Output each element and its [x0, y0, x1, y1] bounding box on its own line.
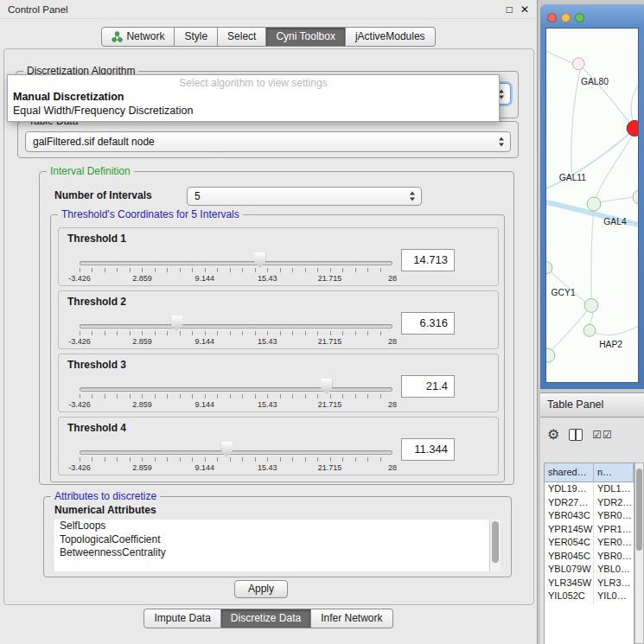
slider-track[interactable] [80, 387, 392, 392]
tab-jactivemodules-label: jActiveModules [355, 28, 425, 46]
threshold-4-slider[interactable]: -3.426 2.859 9.144 15.43 21.715 28 [80, 440, 392, 475]
list-scrollbar[interactable] [489, 520, 501, 571]
network-canvas[interactable]: GAL80 GAL11 GAL4 GCY1 HAP2 [545, 28, 639, 383]
slider-track[interactable] [80, 324, 392, 328]
node[interactable] [572, 58, 584, 70]
slider-thumb[interactable] [171, 316, 182, 331]
slider-thumb[interactable] [254, 252, 265, 268]
threshold-1-slider[interactable]: -3.426 2.859 9.144 15.43 21.715 28 [80, 251, 392, 285]
threshold-2-value-field[interactable]: 6.316 [401, 312, 455, 335]
tab-impute-data[interactable]: Impute Data [143, 609, 220, 628]
scale-label: 15.43 [258, 400, 277, 409]
threshold-1-value-field[interactable]: 14.713 [401, 249, 455, 271]
list-item[interactable]: SelfLoops [54, 520, 501, 533]
gear-icon[interactable]: ⚙ [547, 428, 559, 442]
select-all-icon[interactable]: ☑☑ [592, 429, 613, 441]
control-panel-titlebar[interactable]: Control Panel □ ✕ [0, 0, 537, 19]
slider-track[interactable] [80, 261, 392, 265]
threshold-4-label: Threshold 4 [67, 422, 126, 434]
table-row[interactable]: YER054C YER0… [545, 536, 634, 550]
algorithm-option-manual-discretization[interactable]: Manual Discretization [8, 90, 499, 104]
table-row[interactable]: YBR043C YBR0… [545, 509, 634, 523]
scale-label: -3.426 [68, 337, 91, 346]
slider-thumb[interactable] [321, 379, 332, 394]
scale-label: 2.859 [132, 274, 152, 283]
table-row[interactable]: YLR345W YLR3… [545, 577, 634, 590]
slider-ticks [80, 268, 392, 272]
control-panel: Control Panel □ ✕ Network Style Select C… [0, 0, 538, 644]
node-gal4[interactable] [587, 197, 601, 211]
table-scrollbar[interactable] [634, 462, 644, 644]
algorithm-dropdown-popup: Select algorithm to view settings Manual… [7, 74, 500, 122]
list-item[interactable]: TopologicalCoefficient [54, 533, 501, 547]
table-row[interactable]: YPR145W YPR1… [545, 523, 634, 537]
threshold-3-value-field[interactable]: 21.4 [401, 375, 455, 398]
cell-name: YDR2… [594, 496, 634, 510]
algorithm-option-placeholder[interactable]: Select algorithm to view settings [8, 77, 499, 90]
scale-label: 9.144 [195, 337, 215, 346]
minimize-traffic-light-icon[interactable] [561, 13, 571, 22]
attributes-group: Attributes to discretize Numerical Attri… [43, 496, 512, 577]
window-traffic-lights [547, 13, 584, 22]
table-row[interactable]: YDL19… YDL1… [545, 482, 634, 496]
threshold-3-slider[interactable]: -3.426 2.859 9.144 15.43 21.715 28 [80, 377, 392, 411]
scale-label: 15.43 [258, 337, 277, 346]
combo-arrows-icon [499, 137, 505, 147]
tab-jactivemodules[interactable]: jActiveModules [346, 27, 436, 47]
scale-label: 15.43 [258, 463, 277, 472]
node-attribute-table: shared… n… YDL19… YDL1… YDR27… YDR2… YBR… [544, 462, 634, 644]
numerical-attributes-list[interactable]: SelfLoops TopologicalCoefficient Between… [54, 520, 501, 571]
cell-shared-name: YDR27… [545, 496, 594, 510]
tab-discretize-data[interactable]: Discretize Data [221, 609, 311, 628]
slider-thumb[interactable] [221, 442, 233, 457]
float-window-icon[interactable]: □ [507, 3, 513, 16]
node-label: GCY1 [552, 288, 576, 297]
column-selector-icon[interactable] [569, 429, 583, 441]
tab-infer-network[interactable]: Infer Network [311, 609, 392, 628]
table-row[interactable]: YDR27… YDR2… [545, 496, 634, 510]
scale-label: 28 [388, 337, 397, 346]
number-of-intervals-combobox[interactable]: 5 [187, 187, 422, 206]
network-view-window[interactable]: GAL80 GAL11 GAL4 GCY1 HAP2 [540, 4, 644, 389]
slider-ticks [80, 331, 392, 335]
threshold-4-value-field[interactable]: 11.344 [401, 438, 455, 461]
tab-select[interactable]: Select [218, 27, 266, 47]
cell-name: YBL0… [594, 563, 634, 577]
tab-style-label: Style [184, 28, 207, 46]
tab-cyni-toolbox-label: Cyni Toolbox [276, 28, 335, 46]
column-header-name[interactable]: n… [594, 463, 634, 481]
apply-button[interactable]: Apply [234, 580, 288, 598]
list-item[interactable]: BetweennessCentrality [54, 546, 501, 560]
table-panel-titlebar[interactable]: Table Panel [540, 392, 644, 418]
scale-label: 28 [388, 400, 397, 409]
column-header-shared-name[interactable]: shared… [545, 463, 594, 481]
table-row[interactable]: YBR045C YBR0… [545, 550, 634, 564]
tab-cyni-toolbox[interactable]: Cyni Toolbox [266, 27, 345, 47]
tab-network[interactable]: Network [101, 27, 175, 47]
scale-label: 28 [388, 274, 397, 283]
close-icon[interactable]: ✕ [520, 3, 529, 16]
table-row[interactable]: YIL052C YIL0… [545, 590, 634, 603]
threshold-3-panel: Threshold 3 -3.426 2.859 9.144 15.43 21.… [58, 354, 499, 412]
table-data-combobox[interactable]: galFiltered.sif default node [25, 131, 511, 152]
table-data-group: Table Data galFiltered.sif default node [17, 121, 519, 158]
selected-node[interactable] [627, 120, 638, 136]
scale-label: -3.426 [68, 463, 91, 472]
scrollbar-thumb[interactable] [492, 521, 499, 563]
node-hap2[interactable] [583, 324, 596, 336]
scale-label: 21.715 [318, 274, 342, 283]
scale-label: 9.144 [195, 463, 215, 472]
close-traffic-light-icon[interactable] [547, 13, 557, 22]
table-row[interactable]: YBL079W YBL0… [545, 563, 634, 577]
slider-track[interactable] [80, 450, 392, 455]
scrollbar-thumb[interactable] [636, 469, 642, 551]
node[interactable] [584, 298, 598, 312]
zoom-traffic-light-icon[interactable] [575, 13, 584, 22]
algorithm-option-equal-width[interactable]: Equal Width/Frequency Discretization [8, 104, 499, 118]
node[interactable] [633, 190, 638, 204]
tab-style[interactable]: Style [175, 27, 218, 47]
node[interactable] [546, 348, 555, 362]
interval-definition-group: Interval Definition Number of Intervals … [39, 171, 514, 485]
slider-ticks [80, 457, 392, 462]
threshold-2-slider[interactable]: -3.426 2.859 9.144 15.43 21.715 28 [80, 314, 392, 348]
